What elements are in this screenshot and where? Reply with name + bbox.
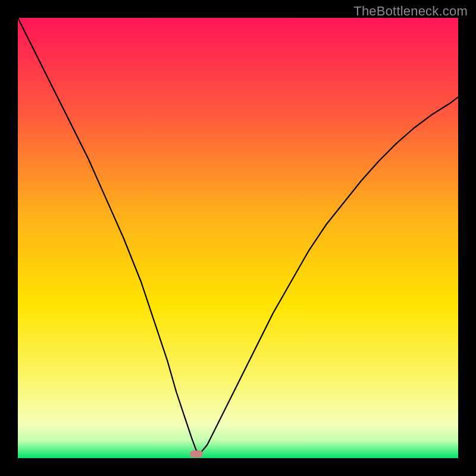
plot-area (18, 18, 458, 458)
curve-svg (18, 18, 458, 458)
valley-marker (190, 450, 203, 458)
bottleneck-curve-path (18, 18, 458, 453)
chart-frame: TheBottleneck.com (0, 0, 476, 476)
watermark-text: TheBottleneck.com (353, 4, 468, 19)
